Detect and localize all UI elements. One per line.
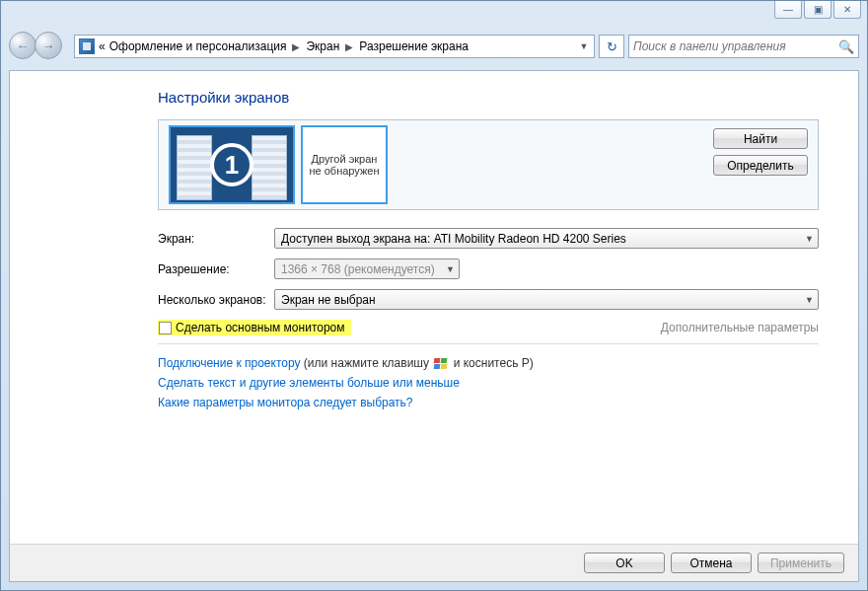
which-settings-link[interactable]: Какие параметры монитора следует выбрать… [158, 396, 413, 409]
address-bar[interactable]: « Оформление и персонализация ▶ Экран ▶ … [74, 35, 595, 58]
maximize-button[interactable]: ▣ [804, 1, 832, 19]
identify-button[interactable]: Определить [713, 155, 808, 176]
chevron-down-icon: ▼ [805, 295, 814, 305]
bottom-button-bar: OK Отмена Применить [10, 544, 858, 581]
nav-buttons: ← → [9, 32, 70, 61]
multi-label: Несколько экранов: [158, 293, 274, 307]
breadcrumb-prefix: « [99, 39, 106, 53]
close-button[interactable]: ✕ [833, 1, 861, 19]
window-controls: — ▣ ✕ [774, 1, 861, 19]
multi-combo[interactable]: Экран не выбран ▼ [274, 289, 819, 310]
resolution-combo[interactable]: 1366 × 768 (рекомендуется) ▼ [274, 259, 460, 279]
make-primary-label: Сделать основным монитором [176, 321, 345, 334]
chevron-right-icon: ▶ [290, 41, 302, 52]
preview-side-buttons: Найти Определить [713, 128, 808, 176]
minimize-button[interactable]: — [774, 1, 802, 19]
windows-key-icon [434, 358, 448, 370]
chevron-right-icon: ▶ [343, 41, 355, 52]
content: Настройки экранов 1 Другой экран не обна… [10, 71, 858, 425]
projector-link[interactable]: Подключение к проектору [158, 356, 301, 370]
search-box[interactable]: 🔍 [628, 35, 859, 58]
breadcrumb-item[interactable]: Разрешение экрана [359, 39, 469, 53]
monitor-1[interactable]: 1 [169, 125, 295, 204]
row-resolution: Разрешение: 1366 × 768 (рекомендуется) ▼ [158, 259, 819, 279]
make-primary-highlight: Сделать основным монитором [158, 320, 351, 335]
row-make-primary: Сделать основным монитором Дополнительны… [158, 320, 819, 335]
advanced-settings-link[interactable]: Дополнительные параметры [661, 321, 819, 334]
ok-button[interactable]: OK [584, 553, 665, 573]
monitor-1-number: 1 [210, 143, 253, 186]
chevron-down-icon: ▼ [805, 234, 814, 244]
monitor-2-placeholder[interactable]: Другой экран не обнаружен [301, 125, 388, 204]
breadcrumb-item[interactable]: Экран [306, 39, 339, 53]
multi-value: Экран не выбран [281, 293, 376, 307]
forward-button[interactable]: → [35, 32, 62, 59]
projector-hint-2: и коснитесь P) [454, 356, 534, 370]
monitor-preview: 1 Другой экран не обнаружен Найти Опреде… [158, 119, 819, 210]
content-frame: Настройки экранов 1 Другой экран не обна… [9, 70, 859, 582]
find-button[interactable]: Найти [713, 128, 808, 149]
search-icon[interactable]: 🔍 [838, 39, 854, 54]
text-size-link[interactable]: Сделать текст и другие элементы больше и… [158, 376, 460, 390]
control-panel-icon [79, 38, 95, 54]
screen-label: Экран: [158, 232, 274, 246]
row-text-size: Сделать текст и другие элементы больше и… [158, 376, 819, 390]
address-dropdown-icon[interactable]: ▼ [576, 41, 592, 51]
page-title: Настройки экранов [158, 89, 819, 106]
back-button[interactable]: ← [9, 32, 36, 59]
row-projector: Подключение к проектору (или нажмите кла… [158, 356, 819, 370]
screen-combo[interactable]: Доступен выход экрана на: ATI Mobility R… [274, 228, 819, 249]
refresh-button[interactable]: ↻ [599, 35, 624, 58]
monitor-thumbnails: 1 Другой экран не обнаружен [169, 125, 388, 204]
toolbar: ← → « Оформление и персонализация ▶ Экра… [9, 31, 859, 62]
search-input[interactable] [633, 39, 838, 53]
row-screen: Экран: Доступен выход экрана на: ATI Mob… [158, 228, 819, 249]
projector-hint-1: (или нажмите клавишу [304, 356, 433, 370]
screen-value: Доступен выход экрана на: ATI Mobility R… [281, 232, 626, 246]
row-multi-screens: Несколько экранов: Экран не выбран ▼ [158, 289, 819, 310]
resolution-value: 1366 × 768 (рекомендуется) [281, 262, 435, 276]
window-frame: — ▣ ✕ ← → « Оформление и персонализация … [0, 0, 868, 591]
cancel-button[interactable]: Отмена [671, 553, 752, 573]
make-primary-checkbox[interactable] [159, 322, 172, 334]
divider [158, 343, 819, 344]
breadcrumb-item[interactable]: Оформление и персонализация [109, 39, 287, 53]
chevron-down-icon: ▼ [446, 264, 455, 274]
resolution-label: Разрешение: [158, 262, 274, 276]
apply-button[interactable]: Применить [758, 553, 844, 573]
row-which-settings: Какие параметры монитора следует выбрать… [158, 396, 819, 409]
